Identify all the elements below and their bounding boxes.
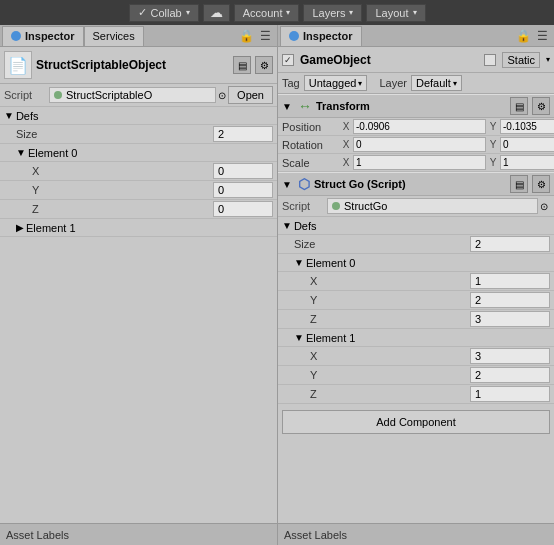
account-button[interactable]: Account ▾ [234, 4, 300, 22]
struct-go-e1-y-input[interactable] [470, 367, 550, 383]
position-row: Position X Y Z [278, 118, 554, 136]
struct-go-toggle[interactable]: ▼ [282, 179, 292, 190]
struct-go-defs-toggle[interactable]: ▼ [282, 220, 292, 231]
layout-arrow-icon: ▾ [413, 8, 417, 17]
size-input[interactable] [213, 126, 273, 142]
right-lock-icon[interactable]: 🔒 [514, 29, 533, 43]
cloud-button[interactable]: ☁ [203, 4, 230, 22]
element0-label: Element 0 [28, 147, 78, 159]
element0-x-label: X [32, 165, 39, 177]
element0-toggle[interactable]: ▼ [16, 147, 26, 158]
layer-dropdown[interactable]: Default ▾ [411, 75, 462, 91]
struct-go-size-label: Size [294, 238, 315, 250]
transform-settings-icon[interactable]: ▤ [510, 97, 528, 115]
static-label: Static [502, 52, 540, 68]
tab-inspector-right[interactable]: Inspector [280, 26, 362, 46]
transform-toggle[interactable]: ▼ [282, 101, 292, 112]
struct-go-element1-toggle[interactable]: ▼ [294, 332, 304, 343]
collab-button[interactable]: ✓ Collab ▾ [129, 4, 199, 22]
layers-arrow-icon: ▾ [349, 8, 353, 17]
element0-y-row: Y [0, 181, 277, 200]
lock-icon[interactable]: 🔒 [237, 29, 256, 43]
struct-go-element0-toggle[interactable]: ▼ [294, 257, 304, 268]
tab-inspector-left[interactable]: Inspector [2, 26, 84, 46]
menu-icon[interactable]: ☰ [258, 29, 273, 43]
collab-arrow-icon: ▾ [186, 8, 190, 17]
struct-go-e1-z-input[interactable] [470, 386, 550, 402]
rotation-row: Rotation X Y Z [278, 136, 554, 154]
struct-go-e1-z-label: Z [310, 388, 317, 400]
struct-go-defs-row: ▼ Defs [278, 217, 554, 235]
element1-label: Element 1 [26, 222, 76, 234]
gameobject-checkbox[interactable] [282, 54, 294, 66]
open-button[interactable]: Open [228, 86, 273, 104]
layer-label: Layer [379, 77, 407, 89]
defs-size-row: Size [0, 125, 277, 144]
element0-z-input[interactable] [213, 201, 273, 217]
transform-title: Transform [316, 100, 506, 112]
account-arrow-icon: ▾ [286, 8, 290, 17]
position-x-input[interactable] [353, 119, 486, 134]
object-name: StructScriptableObject [36, 58, 229, 72]
rotation-xyz: X Y Z [341, 137, 554, 152]
struct-go-settings-icon[interactable]: ▤ [510, 175, 528, 193]
struct-go-e0-y-row: Y [278, 291, 554, 310]
position-y-input[interactable] [500, 119, 554, 134]
defs-toggle[interactable]: ▼ [4, 110, 14, 121]
struct-go-element1-toggle-row: ▼ Element 1 [278, 329, 554, 347]
scale-xyz: X Y Z [341, 155, 554, 170]
struct-go-element1-label: Element 1 [306, 332, 356, 344]
script-dot-icon [54, 91, 62, 99]
transform-menu-icon[interactable]: ⚙ [532, 97, 550, 115]
struct-go-e1-x-input[interactable] [470, 348, 550, 364]
struct-go-e0-z-label: Z [310, 313, 317, 325]
struct-go-e0-x-input[interactable] [470, 273, 550, 289]
static-checkbox[interactable] [484, 54, 496, 66]
script-label: Script [4, 89, 49, 101]
struct-go-script-dot-icon [332, 202, 340, 210]
struct-go-e0-z-input[interactable] [470, 311, 550, 327]
struct-go-e1-z-row: Z [278, 385, 554, 404]
tab-services[interactable]: Services [84, 26, 144, 46]
struct-go-e1-x-label: X [310, 350, 317, 362]
scale-x-input[interactable] [353, 155, 486, 170]
element0-y-label: Y [32, 184, 39, 196]
object-settings-icon[interactable]: ▤ [233, 56, 251, 74]
scale-y-input[interactable] [500, 155, 554, 170]
right-panel: Inspector 🔒 ☰ GameObject Static ▾ Tag Un… [278, 25, 554, 545]
layout-button[interactable]: Layout ▾ [366, 4, 425, 22]
element0-y-input[interactable] [213, 182, 273, 198]
struct-go-size-input[interactable] [470, 236, 550, 252]
struct-go-defs-label: Defs [294, 220, 317, 232]
struct-go-menu-icon[interactable]: ⚙ [532, 175, 550, 193]
tag-dropdown[interactable]: Untagged ▾ [304, 75, 368, 91]
static-dropdown-icon[interactable]: ▾ [546, 55, 550, 64]
struct-go-e0-x-row: X [278, 272, 554, 291]
struct-go-script-row: Script StructGo ⊙ [278, 196, 554, 217]
struct-go-title: Struct Go (Script) [314, 178, 506, 190]
element0-x-input[interactable] [213, 163, 273, 179]
tag-label: Tag [282, 77, 300, 89]
add-component-button[interactable]: Add Component [282, 410, 550, 434]
struct-go-header: ▼ ⬡ Struct Go (Script) ▤ ⚙ [278, 172, 554, 196]
rotation-y-input[interactable] [500, 137, 554, 152]
struct-go-e1-x-row: X [278, 347, 554, 366]
right-tab-bar: Inspector 🔒 ☰ [278, 25, 554, 47]
rotation-x-input[interactable] [353, 137, 486, 152]
struct-go-e0-z-row: Z [278, 310, 554, 329]
left-tab-bar: Inspector Services 🔒 ☰ [0, 25, 277, 47]
gameobject-name: GameObject [300, 53, 478, 67]
struct-go-script-circle-icon: ⊙ [540, 201, 548, 212]
check-icon: ✓ [138, 6, 147, 19]
struct-go-e0-y-input[interactable] [470, 292, 550, 308]
object-menu-icon[interactable]: ⚙ [255, 56, 273, 74]
tag-layer-row: Tag Untagged ▾ Layer Default ▾ [278, 73, 554, 94]
layers-button[interactable]: Layers ▾ [303, 4, 362, 22]
element1-toggle[interactable]: ▶ [16, 222, 24, 233]
struct-go-script-field: StructGo [327, 198, 538, 214]
right-menu-icon[interactable]: ☰ [535, 29, 550, 43]
struct-go-size-row: Size [278, 235, 554, 254]
left-panel: Inspector Services 🔒 ☰ 📄 StructScriptabl… [0, 25, 278, 545]
element0-x-row: X [0, 162, 277, 181]
scale-row: Scale X Y Z [278, 154, 554, 172]
